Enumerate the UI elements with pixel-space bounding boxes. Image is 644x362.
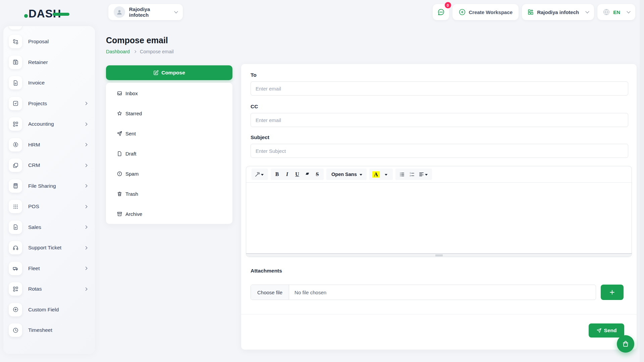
compose-button[interactable]: Compose [106,65,232,80]
sidebar-item-invoice[interactable]: Invoice [9,76,95,89]
language-selector[interactable]: EN [597,4,635,20]
font-color-button[interactable]: A [371,169,381,179]
folder-label: Inbox [125,90,138,96]
edit-icon [153,70,159,75]
rich-text-editor: B I U S Open Sans A [246,166,632,257]
magic-wand-icon [255,172,260,177]
sidebar-item-fleet[interactable]: Fleet [9,262,95,275]
chevron-right-icon [84,246,88,249]
caret-down-icon [360,174,362,176]
chevron-right-icon [84,267,88,270]
sidebar-item-projects[interactable]: Projects [9,97,95,110]
folder-inbox[interactable]: Inbox [106,83,232,103]
folder-archive[interactable]: Archive [106,204,232,224]
to-label: To [251,72,257,78]
sidebar-item-label: Fleet [28,265,40,272]
timesheet-icon [9,323,22,337]
app-logo[interactable]: DASH [24,7,69,20]
retainer-icon [9,56,22,69]
chevron-down-icon [585,9,589,13]
sidebar-item-label: Proposal [28,39,49,45]
file-icon [117,151,122,157]
folder-label: Trash [125,191,138,197]
style-group [252,169,268,180]
folder-trash[interactable]: Trash [106,184,232,204]
sidebar-item-timesheet[interactable]: Timesheet [9,323,95,337]
folder-sent[interactable]: Sent [106,123,232,143]
file-status-text: No file chosen [294,290,326,295]
add-attachment-button[interactable] [601,285,624,300]
chevron-down-icon [174,9,178,13]
company-selector[interactable]: Rajodiya infotech [522,4,594,20]
sidebar-item-support-ticket[interactable]: Support Ticket [9,241,95,254]
sidebar-item-sales[interactable]: Sales [9,221,95,234]
sidebar-item-proposal[interactable]: Proposal [9,35,95,48]
sidebar-item-label: Timesheet [28,327,52,333]
sidebar-item-custom-field[interactable]: Custom Field [9,303,95,316]
choose-file-button[interactable]: Choose file [251,285,289,300]
logo-dot-icon [24,14,28,18]
mail-folders: Inbox Starred Sent Draft Spam Trash Arch… [106,83,232,224]
sidebar-item-hrm[interactable]: HRM [9,138,95,152]
top-header: DASH Rajodiya infotech 0 Create Workspac… [0,0,644,24]
header-actions: 0 Create Workspace Rajodiya infotech EN [433,4,636,20]
chevron-right-icon [84,226,88,229]
create-workspace-button[interactable]: Create Workspace [452,4,519,20]
chevron-right-icon [84,164,88,167]
breadcrumb-current: Compose email [140,49,174,54]
sidebar-item-rotas[interactable]: Rotas [9,282,95,296]
folder-starred[interactable]: Starred [106,103,232,123]
breadcrumb-dashboard-link[interactable]: Dashboard [106,49,130,54]
invoice-icon [9,76,22,89]
ordered-list-button[interactable]: 12 [407,169,417,179]
italic-button[interactable]: I [282,169,292,179]
bold-button[interactable]: B [272,169,282,179]
underline-button[interactable]: U [292,169,302,179]
to-input[interactable] [251,81,628,96]
send-button[interactable]: Send [589,323,624,338]
avatar [114,6,125,18]
sidebar-item-label: CRM [28,162,40,168]
workspace-grid-icon [527,9,534,15]
chevron-right-icon [84,184,88,188]
cc-input[interactable] [251,113,628,127]
folder-spam[interactable]: Spam [106,164,232,184]
strikethrough-button[interactable]: S [312,169,322,179]
folder-label: Draft [125,151,137,157]
archive-icon [117,211,122,217]
magic-style-button[interactable] [253,169,267,179]
folder-draft[interactable]: Draft [106,143,232,164]
fleet-icon [9,262,22,275]
paragraph-align-button[interactable] [417,169,431,179]
sidebar-item-pos[interactable]: POS [9,200,95,213]
font-family-select[interactable]: Open Sans [328,169,365,179]
sidebar-item-label: Support Ticket [28,245,61,251]
pos-icon [9,200,22,213]
form-divider [241,314,637,314]
messages-button[interactable]: 0 [433,4,449,20]
sidebar-item-accounting[interactable]: Accounting [9,117,95,131]
page-scrollbar[interactable] [640,0,644,362]
sidebar-item-label: Custom Field [28,307,59,313]
folder-label: Spam [125,171,139,177]
editor-resize-handle[interactable] [246,253,632,257]
subject-input[interactable] [251,144,628,158]
send-icon [596,328,602,333]
attachment-file-input[interactable]: Choose file No file chosen [251,285,596,300]
editor-body[interactable] [246,183,632,249]
unordered-list-button[interactable] [397,169,407,179]
sidebar-item-label: Retainer [28,59,48,65]
workspace-selector[interactable]: Rajodiya infotech [108,4,183,20]
sidebar-item-retainer[interactable]: Retainer [9,56,95,69]
trash-icon [117,191,122,197]
sidebar-item-crm[interactable]: CRM [9,159,95,172]
sidebar-item-file-sharing[interactable]: File Sharing [9,179,95,193]
send-button-label: Send [604,327,617,334]
caret-down-icon [261,174,264,176]
clear-format-button[interactable] [302,169,312,179]
sidebar-scroll-peek [9,26,22,29]
compose-button-label: Compose [161,70,185,76]
folder-label: Starred [125,111,142,116]
buy-now-fab[interactable] [617,335,634,353]
font-color-dropdown[interactable] [381,169,391,179]
